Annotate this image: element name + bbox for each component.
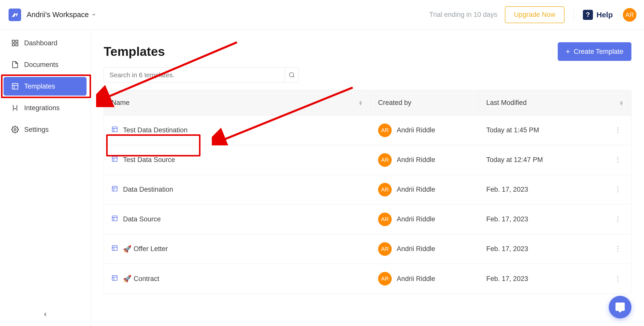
create-template-button[interactable]: + Create Template [558,42,631,61]
sort-icon: ▲▼ [358,100,363,105]
svg-rect-13 [112,156,117,161]
template-name: Data Source [123,215,161,223]
row-actions-button[interactable]: ⋮ [612,213,624,226]
page-title: Templates [104,44,165,59]
sidebar-item-label: Templates [24,83,55,90]
column-created-by[interactable]: Created by [371,90,479,115]
column-name[interactable]: Name ▲▼ [104,90,371,115]
svg-rect-3 [16,44,18,46]
sidebar-item-dashboard[interactable]: Dashboard [0,32,91,54]
template-name: Offer Letter [134,245,168,253]
row-actions-button[interactable]: ⋮ [612,153,624,166]
chat-widget-button[interactable] [609,296,631,318]
sidebar-item-integrations[interactable]: Integrations [0,97,91,119]
creator-avatar: AR [378,153,392,167]
template-name: Data Destination [123,186,173,193]
table-row[interactable]: Test Data Destination AR Andrii Riddle T… [104,115,631,145]
sidebar-item-templates[interactable]: Templates [4,77,87,96]
help-link[interactable]: ? Help [583,10,613,20]
creator-avatar: AR [378,272,392,286]
plus-icon: + [566,47,570,56]
document-icon [11,61,19,68]
help-label: Help [596,11,613,19]
svg-rect-22 [112,246,117,251]
svg-rect-2 [12,44,15,46]
template-row-icon [111,215,118,223]
template-row-icon [111,126,118,134]
sidebar-item-label: Documents [24,61,59,69]
search-input[interactable] [104,67,285,83]
table-row[interactable]: 🚀 Offer Letter AR Andrii Riddle Feb. 17,… [104,234,631,264]
table-row[interactable]: Data Source AR Andrii Riddle Feb. 17, 20… [104,205,631,234]
template-row-icon [111,245,118,253]
sidebar-item-documents[interactable]: Documents [0,54,91,75]
modified-date: Feb. 17, 2023 [486,275,528,283]
sidebar-item-label: Dashboard [24,39,57,47]
template-row-icon [111,156,118,164]
column-last-modified[interactable]: Last Modified ▲▼ [479,99,631,107]
creator-name: Andrii Riddle [397,215,435,223]
modified-date: Feb. 17, 2023 [486,215,528,223]
template-icon [11,83,19,90]
row-actions-button[interactable]: ⋮ [612,242,624,255]
creator-avatar: AR [378,213,392,226]
svg-rect-16 [112,186,117,191]
sort-icon: ▲▼ [619,100,624,105]
sidebar-item-label: Integrations [24,104,60,112]
table-header: Name ▲▼ Created by Last Modified ▲▼ [104,90,631,115]
row-actions-button[interactable]: ⋮ [612,183,624,196]
template-name: Test Data Destination [123,126,188,134]
app-header: Andrii's Workspace Trial ending in 10 da… [0,0,644,30]
creator-name: Andrii Riddle [397,245,435,253]
row-emoji: 🚀 [123,275,132,283]
table-row[interactable]: Test Data Source AR Andrii Riddle Today … [104,145,631,175]
app-logo[interactable] [9,9,21,21]
divider [574,9,574,21]
dashboard-icon [11,39,19,47]
svg-line-9 [293,76,294,77]
template-name: Contract [134,275,159,283]
row-actions-button[interactable]: ⋮ [612,272,624,285]
table-row[interactable]: 🚀 Contract AR Andrii Riddle Feb. 17, 202… [104,264,631,294]
row-actions-button[interactable]: ⋮ [612,124,624,137]
svg-rect-10 [112,127,117,132]
modified-date: Today at 1:45 PM [486,126,539,134]
svg-rect-19 [112,216,117,221]
help-icon: ? [583,10,593,20]
workspace-selector[interactable]: Andrii's Workspace [27,11,96,19]
sidebar: Dashboard Documents Templates Integratio… [0,30,91,326]
svg-point-7 [14,129,16,131]
settings-icon [11,126,19,133]
trial-status: Trial ending in 10 days [429,11,497,19]
workspace-name: Andrii's Workspace [27,11,89,19]
creator-name: Andrii Riddle [397,156,435,164]
svg-rect-4 [12,84,18,89]
main-content: Templates + Create Template Name ▲▼ Crea… [91,30,644,326]
upgrade-button[interactable]: Upgrade Now [505,6,565,23]
svg-point-8 [289,72,294,77]
sidebar-item-label: Settings [24,126,49,134]
modified-date: Feb. 17, 2023 [486,186,528,193]
creator-name: Andrii Riddle [397,186,435,193]
template-row-icon [111,185,118,194]
creator-avatar: AR [378,183,392,196]
creator-avatar: AR [378,242,392,256]
creator-name: Andrii Riddle [397,126,435,134]
row-emoji: 🚀 [123,245,132,253]
search-button[interactable] [285,67,299,83]
creator-name: Andrii Riddle [397,275,435,283]
creator-avatar: AR [378,124,392,137]
modified-date: Today at 12:47 PM [486,156,543,164]
sidebar-item-settings[interactable]: Settings [0,119,91,140]
chevron-down-icon [91,11,96,19]
svg-rect-1 [16,40,18,43]
table-row[interactable]: Data Destination AR Andrii Riddle Feb. 1… [104,175,631,205]
templates-table: Name ▲▼ Created by Last Modified ▲▼ Test… [104,90,631,294]
template-name: Test Data Source [123,156,175,164]
user-avatar[interactable]: AR [623,8,636,22]
svg-rect-25 [112,275,117,280]
create-button-label: Create Template [574,48,623,56]
svg-rect-0 [12,40,15,43]
template-row-icon [111,275,118,283]
collapse-sidebar-button[interactable] [42,311,48,318]
